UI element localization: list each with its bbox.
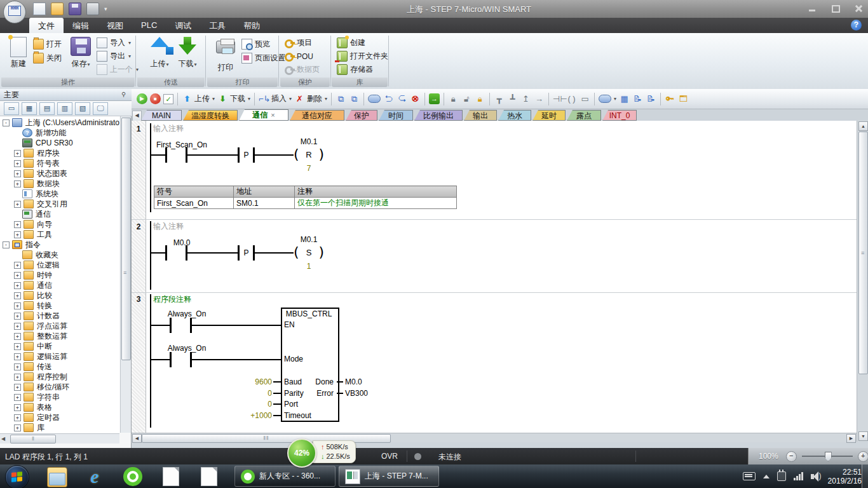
line-right-button[interactable]: → bbox=[534, 93, 545, 104]
coil-n-value[interactable]: 1 bbox=[294, 262, 324, 271]
network-connection-icon[interactable] bbox=[777, 471, 786, 481]
contact[interactable] bbox=[170, 318, 172, 333]
new-icon[interactable] bbox=[33, 3, 46, 15]
import-button[interactable]: 导入▾ bbox=[97, 37, 131, 49]
tree-item-program-control[interactable]: +程序控制 bbox=[0, 372, 67, 382]
expander[interactable]: + bbox=[14, 343, 21, 350]
close-button[interactable]: 关闭 bbox=[33, 52, 62, 64]
properties-button[interactable]: 🗔︎ bbox=[678, 93, 689, 104]
expander[interactable]: + bbox=[14, 150, 21, 157]
library-create-button[interactable]: 创建 bbox=[337, 37, 365, 49]
view-status-chart-icon[interactable]: ▤ bbox=[39, 102, 55, 115]
save-button[interactable]: 保存▾ bbox=[66, 36, 95, 76]
tab-protection[interactable]: 保护 bbox=[346, 110, 377, 121]
zoom-slider[interactable] bbox=[802, 456, 853, 457]
expander[interactable]: - bbox=[3, 119, 10, 126]
save-icon[interactable] bbox=[69, 3, 81, 15]
contact[interactable] bbox=[165, 147, 167, 163]
new-button[interactable]: 新建 bbox=[4, 36, 33, 76]
tree-item-table[interactable]: +表格 bbox=[0, 402, 52, 412]
reset-coil[interactable]: (R) bbox=[294, 146, 324, 163]
tree-item-comm[interactable]: +通信 bbox=[0, 280, 52, 290]
explorer-taskbar-icon[interactable] bbox=[47, 467, 67, 487]
download-toolbar-button[interactable]: ⬇下载▾ bbox=[217, 93, 250, 104]
tree-item-instructions[interactable]: -指令 bbox=[0, 240, 41, 250]
scrollbar-thumb[interactable] bbox=[121, 118, 131, 360]
sidebar-vertical-scrollbar[interactable] bbox=[120, 116, 131, 433]
tree-item-int-math[interactable]: +整数运算 bbox=[0, 331, 67, 341]
pin-icon[interactable]: ⚲ bbox=[121, 91, 128, 98]
document-taskbar-icon[interactable] bbox=[163, 467, 179, 486]
customize-qat-icon[interactable]: ▾ bbox=[104, 6, 107, 12]
tree-item-interrupt[interactable]: +中断 bbox=[0, 341, 52, 351]
contact-label[interactable]: First_Scan_On bbox=[144, 140, 220, 149]
tree-item-cross-reference[interactable]: +交叉引用 bbox=[0, 199, 67, 209]
protect-pou-button[interactable]: POU bbox=[285, 50, 313, 62]
scroll-left-icon[interactable]: ◀ bbox=[1, 436, 5, 442]
contact[interactable] bbox=[165, 245, 167, 261]
lock-add-button[interactable]: 🔒︎ bbox=[475, 93, 485, 104]
menu-view[interactable]: 视图 bbox=[98, 18, 132, 33]
clear-bookmarks-button[interactable]: ⮿ bbox=[410, 93, 421, 104]
ladder-editor[interactable]: 1 2 3 输入注释 First_Scan_On P M0.1 (R) 7 符号… bbox=[132, 121, 857, 433]
expander[interactable]: + bbox=[14, 292, 21, 299]
expander[interactable]: + bbox=[14, 404, 21, 411]
expander[interactable]: + bbox=[14, 262, 21, 269]
expander[interactable]: + bbox=[14, 323, 21, 330]
compile-button[interactable]: ✓ bbox=[163, 94, 173, 104]
expander[interactable]: + bbox=[14, 333, 21, 340]
expander[interactable]: + bbox=[14, 180, 21, 187]
scroll-left-icon[interactable]: ◀ bbox=[132, 434, 142, 443]
contact-label[interactable]: Always_On bbox=[149, 344, 225, 353]
insert-button[interactable]: ⌐↳插入▾ bbox=[259, 93, 292, 104]
scrollbar-thumb[interactable]: ⦀ bbox=[10, 435, 56, 444]
expander[interactable]: + bbox=[14, 302, 21, 309]
library-open-folder-button[interactable]: 打开文件夹 bbox=[337, 50, 388, 62]
addressing-button[interactable]: ▾ bbox=[599, 95, 616, 103]
tree-item-tools[interactable]: +工具 bbox=[0, 229, 52, 240]
expander[interactable]: + bbox=[14, 424, 21, 431]
editor-vertical-scrollbar[interactable]: ▲ ▼ bbox=[857, 121, 868, 442]
upload-toolbar-button[interactable]: ⬆上传▾ bbox=[182, 93, 215, 104]
tree-item-cpu[interactable]: CPU SR30 bbox=[0, 138, 73, 148]
browser-360-taskbar-icon[interactable] bbox=[123, 467, 142, 486]
view-symbol-table-icon[interactable]: ▦ bbox=[22, 102, 37, 115]
netmon-percent-sphere[interactable]: 42% bbox=[287, 438, 316, 468]
sidebar-horizontal-scrollbar[interactable]: ◀ ⦀ bbox=[0, 433, 119, 444]
parity-value[interactable]: 0 bbox=[234, 389, 272, 398]
expander[interactable]: - bbox=[3, 241, 10, 248]
zoom-slider-thumb[interactable] bbox=[825, 452, 832, 461]
menu-help[interactable]: 帮助 bbox=[234, 18, 269, 33]
menu-debug[interactable]: 调试 bbox=[166, 18, 200, 33]
tree-item-float-math[interactable]: +浮点运算 bbox=[0, 321, 67, 331]
expander[interactable]: + bbox=[14, 414, 21, 421]
tree-item-string[interactable]: +字符串 bbox=[0, 392, 60, 402]
tab-communication[interactable]: 通信× bbox=[239, 109, 288, 121]
select-network-button[interactable]: ⧉ bbox=[336, 93, 346, 104]
expander[interactable]: + bbox=[14, 231, 21, 238]
toggle-network-comments-button[interactable]: 📝︎ bbox=[646, 93, 656, 104]
tab-int0[interactable]: INT_0 bbox=[602, 110, 637, 121]
scrollbar-thumb[interactable] bbox=[858, 132, 868, 374]
expander[interactable]: + bbox=[14, 363, 21, 370]
document-taskbar-icon[interactable] bbox=[201, 467, 217, 486]
menu-file[interactable]: 文件 bbox=[29, 18, 64, 33]
expander[interactable]: + bbox=[14, 353, 21, 360]
netmon-overlay[interactable]: 42% ↑508K/s ↓22.5K/s bbox=[287, 438, 356, 468]
branch-up-button[interactable]: ┻ bbox=[507, 93, 518, 104]
expander[interactable]: + bbox=[14, 272, 21, 279]
tree-item-move[interactable]: +传送 bbox=[0, 362, 52, 372]
tray-clock[interactable]: 22:51 2019/2/16 bbox=[828, 468, 862, 485]
taskbar-button-360[interactable]: 新人专区 - - 360... bbox=[234, 466, 336, 487]
symbol-table-button[interactable]: ▦ bbox=[619, 93, 630, 104]
expander[interactable]: + bbox=[14, 313, 21, 320]
insert-contact-button[interactable]: ⊣⊢ bbox=[553, 93, 564, 104]
expander[interactable]: + bbox=[14, 384, 21, 391]
view-data-block-icon[interactable]: ▥ bbox=[57, 102, 72, 115]
coil-n-value[interactable]: 7 bbox=[294, 164, 324, 173]
expander[interactable]: + bbox=[14, 394, 21, 401]
expander[interactable]: + bbox=[14, 374, 21, 381]
tree-item-convert[interactable]: +转换 bbox=[0, 301, 52, 311]
export-button[interactable]: 导出▾ bbox=[97, 50, 131, 62]
tree-item-status-chart[interactable]: +状态图表 bbox=[0, 168, 67, 179]
